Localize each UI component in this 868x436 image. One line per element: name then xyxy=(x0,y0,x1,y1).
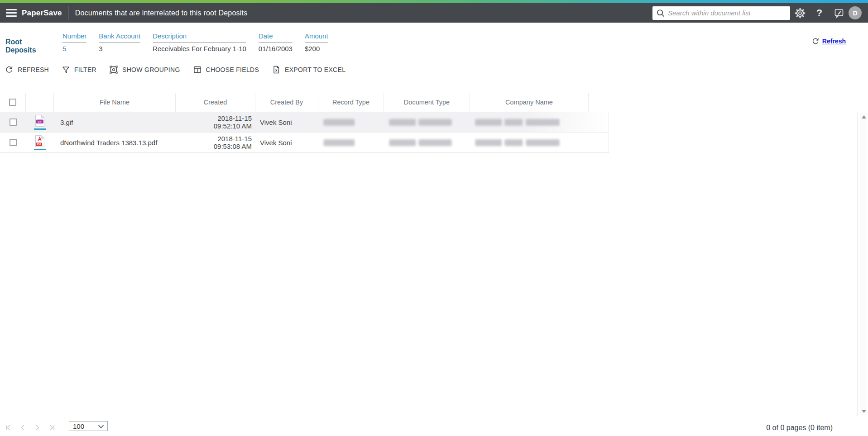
choose-fields-button-label: CHOOSE FIELDS xyxy=(206,66,259,73)
blurred-text xyxy=(419,139,451,146)
column-label: File Name xyxy=(100,99,129,106)
field-label: Description xyxy=(153,32,246,43)
created-by-cell: Vivek Soni xyxy=(255,112,318,132)
company-name-cell-blurred xyxy=(470,133,589,152)
next-page-icon[interactable] xyxy=(34,424,41,431)
filter-button-label: FILTER xyxy=(74,66,96,73)
blurred-text xyxy=(324,139,355,146)
table-row[interactable]: GIF 3.gif 2018-11-15 09:52:10 AM Vivek S… xyxy=(0,112,609,133)
field-value: $200 xyxy=(305,43,328,52)
export-to-excel-button[interactable]: EXPORT TO EXCEL xyxy=(272,65,345,74)
header-filler-cell xyxy=(589,93,609,112)
created-date: 2018-11-15 xyxy=(217,135,252,142)
row-checkbox[interactable] xyxy=(10,139,17,146)
file-name-cell[interactable]: dNorthwind Traders 1383.13.pdf xyxy=(54,133,176,152)
help-button[interactable]: ? xyxy=(810,7,829,19)
menu-icon[interactable] xyxy=(6,7,17,19)
gear-icon xyxy=(794,7,806,19)
show-grouping-button[interactable]: SHOW GROUPING xyxy=(109,65,180,74)
column-label: Company Name xyxy=(505,99,553,106)
header-refresh-link[interactable]: Refresh xyxy=(811,37,846,45)
record-fields: Number 5 Bank Account 3 Description Rece… xyxy=(62,32,328,52)
select-all-checkbox[interactable] xyxy=(9,99,16,106)
refresh-button[interactable]: REFRESH xyxy=(5,65,49,74)
pager-controls xyxy=(5,424,56,431)
choose-fields-button[interactable]: CHOOSE FIELDS xyxy=(193,65,259,74)
file-name-cell[interactable]: 3.gif xyxy=(54,112,176,132)
field-value: 01/16/2003 xyxy=(259,43,293,52)
column-header-created[interactable]: Created xyxy=(176,93,255,112)
user-avatar[interactable]: D xyxy=(849,6,862,19)
show-grouping-button-label: SHOW GROUPING xyxy=(122,66,180,73)
grid-toolbar: REFRESH FILTER SHOW GROUPING CHOOSE FIEL… xyxy=(0,62,868,77)
blurred-text xyxy=(505,139,523,146)
created-cell: 2018-11-15 09:52:10 AM xyxy=(176,112,255,132)
document-type-cell-blurred xyxy=(384,112,470,132)
column-header-file-name[interactable]: File Name xyxy=(54,93,176,112)
header-empty-area xyxy=(609,93,858,112)
column-header-company-name[interactable]: Company Name xyxy=(470,93,589,112)
created-date: 2018-11-15 xyxy=(217,114,252,122)
file-icon-column-header[interactable] xyxy=(26,93,54,112)
feedback-pencil-icon xyxy=(834,8,844,19)
blurred-text xyxy=(389,139,416,146)
record-header: Root Deposits Number 5 Bank Account 3 De… xyxy=(0,23,868,61)
column-label: Document Type xyxy=(404,99,450,106)
record-type-cell-blurred xyxy=(318,133,384,152)
table-header-row: File Name Created Created By Record Type… xyxy=(0,93,858,112)
blurred-text xyxy=(475,119,502,126)
record-title: Root Deposits xyxy=(5,38,53,54)
choose-fields-icon xyxy=(193,65,202,74)
blurred-text xyxy=(526,139,560,146)
last-page-icon[interactable] xyxy=(48,424,56,431)
app-brand: PaperSave xyxy=(22,9,62,18)
created-time: 09:52:10 AM xyxy=(214,122,252,130)
created-by-cell: Vivek Soni xyxy=(255,133,318,152)
first-page-icon[interactable] xyxy=(5,424,12,431)
vertical-scrollbar[interactable] xyxy=(860,113,867,415)
row-checkbox[interactable] xyxy=(10,118,17,126)
table-row[interactable]: PDF dNorthwind Traders 1383.13.pdf 2018-… xyxy=(0,133,609,153)
pagination-summary: 0 of 0 pages (0 item) xyxy=(766,424,833,432)
blurred-text xyxy=(505,119,523,126)
column-label: Record Type xyxy=(332,99,369,106)
file-icon-underline xyxy=(34,149,46,150)
record-type-cell-blurred xyxy=(318,112,384,132)
scroll-up-arrow-icon[interactable] xyxy=(862,115,866,118)
feedback-button[interactable] xyxy=(829,8,849,19)
file-icon-underline xyxy=(34,128,46,130)
blurred-text xyxy=(324,119,355,126)
filter-button[interactable]: FILTER xyxy=(62,66,96,74)
company-name-cell-blurred xyxy=(470,112,589,132)
column-label: Created xyxy=(204,99,227,106)
column-header-document-type[interactable]: Document Type xyxy=(384,93,470,112)
filter-icon xyxy=(62,66,70,74)
column-label: Created By xyxy=(270,99,303,106)
help-icon: ? xyxy=(816,7,822,19)
search-input[interactable] xyxy=(665,9,790,17)
previous-page-icon[interactable] xyxy=(19,424,27,431)
scroll-down-arrow-icon[interactable] xyxy=(862,410,866,413)
column-header-record-type[interactable]: Record Type xyxy=(318,93,384,112)
gif-file-icon[interactable]: GIF xyxy=(34,114,46,130)
field-bank-account: Bank Account 3 xyxy=(99,32,140,52)
field-number: Number 5 xyxy=(62,32,86,52)
column-header-created-by[interactable]: Created By xyxy=(255,93,318,112)
export-to-excel-button-label: EXPORT TO EXCEL xyxy=(285,66,345,73)
refresh-icon xyxy=(5,65,14,74)
settings-button[interactable] xyxy=(790,7,810,19)
field-value: 3 xyxy=(99,43,140,52)
page-title: Documents that are interrelated to this … xyxy=(75,9,248,17)
page-size-select[interactable]: 100 xyxy=(69,421,108,431)
pdf-file-icon[interactable]: PDF xyxy=(34,135,46,150)
document-type-cell-blurred xyxy=(384,133,470,152)
blurred-text xyxy=(526,119,560,126)
blurred-text xyxy=(475,139,502,146)
search-icon xyxy=(656,9,665,18)
blurred-text xyxy=(419,119,451,126)
blurred-text xyxy=(389,119,416,126)
chevron-down-icon xyxy=(98,424,104,429)
field-label: Date xyxy=(259,32,293,43)
field-value: Receivables For February 1-10 xyxy=(153,43,246,52)
field-label: Amount xyxy=(305,32,328,43)
